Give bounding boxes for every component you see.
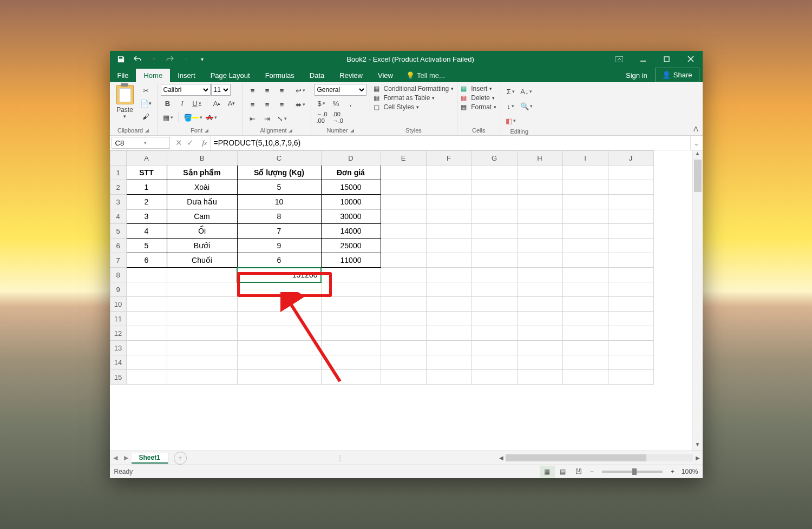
sheet-tab-1[interactable]: Sheet1 xyxy=(132,453,168,464)
alignment-launcher[interactable]: ◢ xyxy=(289,128,292,133)
undo-dropdown[interactable] xyxy=(147,52,161,66)
col-header-C[interactable]: C xyxy=(237,151,321,166)
cell-F1[interactable] xyxy=(426,166,472,180)
cell-G11[interactable] xyxy=(472,312,517,326)
redo-button[interactable] xyxy=(163,52,177,66)
cell-D4[interactable]: 30000 xyxy=(321,209,381,224)
cell-J3[interactable] xyxy=(608,195,653,209)
cell-H10[interactable] xyxy=(517,297,562,312)
normal-view-button[interactable]: ▦ xyxy=(540,466,555,478)
cell-J7[interactable] xyxy=(608,253,653,268)
cell-D1[interactable]: Đơn giá xyxy=(321,166,381,180)
cell-I7[interactable] xyxy=(562,253,608,268)
col-header-H[interactable]: H xyxy=(517,151,562,166)
cell-F14[interactable] xyxy=(426,355,472,370)
cell-F12[interactable] xyxy=(426,326,472,341)
format-as-table-button[interactable]: ▦Format as Table▾ xyxy=(374,94,435,102)
clear-button[interactable]: ◧ xyxy=(503,114,518,127)
cell-B14[interactable] xyxy=(167,355,237,370)
col-header-F[interactable]: F xyxy=(426,151,472,166)
cell-B5[interactable]: Ổi xyxy=(167,224,237,239)
save-button[interactable] xyxy=(114,52,128,66)
cell-C8[interactable]: 151200 xyxy=(237,268,321,282)
cell-F7[interactable] xyxy=(426,253,472,268)
row-header-2[interactable]: 2 xyxy=(110,180,126,195)
hscroll-thumb[interactable] xyxy=(506,454,646,461)
row-header-1[interactable]: 1 xyxy=(110,166,126,180)
cell-A15[interactable] xyxy=(126,370,167,385)
tab-data[interactable]: Data xyxy=(302,69,332,82)
cell-D9[interactable] xyxy=(321,282,381,297)
cell-C14[interactable] xyxy=(237,355,321,370)
cell-G7[interactable] xyxy=(472,253,517,268)
cell-C6[interactable]: 9 xyxy=(237,239,321,253)
cell-J5[interactable] xyxy=(608,224,653,239)
italic-button[interactable]: I xyxy=(175,97,189,110)
cell-J6[interactable] xyxy=(608,239,653,253)
cell-A4[interactable]: 3 xyxy=(126,209,167,224)
tab-insert[interactable]: Insert xyxy=(170,69,203,82)
cell-D14[interactable] xyxy=(321,355,381,370)
row-header-12[interactable]: 12 xyxy=(110,326,126,341)
cell-I14[interactable] xyxy=(562,355,608,370)
cell-G10[interactable] xyxy=(472,297,517,312)
orientation-button[interactable]: ⤡ xyxy=(275,112,289,125)
align-middle-button[interactable]: ≡ xyxy=(260,84,274,97)
fill-color-button[interactable]: 🪣 xyxy=(181,111,205,124)
cell-A5[interactable]: 4 xyxy=(126,224,167,239)
cell-C15[interactable] xyxy=(237,370,321,385)
cell-I4[interactable] xyxy=(562,209,608,224)
sign-in-link[interactable]: Sign in xyxy=(618,69,655,82)
zoom-in-button[interactable]: + xyxy=(671,468,675,475)
cell-J15[interactable] xyxy=(608,370,653,385)
cell-H15[interactable] xyxy=(517,370,562,385)
redo-dropdown[interactable] xyxy=(179,52,193,66)
tab-review[interactable]: Review xyxy=(332,69,370,82)
vscroll-thumb[interactable] xyxy=(694,160,702,192)
cell-E5[interactable] xyxy=(381,224,426,239)
find-select-button[interactable]: 🔍 xyxy=(518,100,535,113)
increase-indent-button[interactable]: ⇥ xyxy=(260,112,274,125)
cell-B9[interactable] xyxy=(167,282,237,297)
cell-F5[interactable] xyxy=(426,224,472,239)
zoom-level[interactable]: 100% xyxy=(682,468,698,475)
number-launcher[interactable]: ◢ xyxy=(350,128,354,133)
accounting-format-button[interactable]: $ xyxy=(315,97,329,110)
cell-H13[interactable] xyxy=(517,341,562,355)
fx-icon[interactable]: fx xyxy=(199,136,210,150)
cell-C9[interactable] xyxy=(237,282,321,297)
font-color-button[interactable]: A xyxy=(205,111,219,124)
decrease-decimal-button[interactable]: .00→.0 xyxy=(330,111,345,124)
tab-file[interactable]: File xyxy=(110,69,136,82)
cell-G15[interactable] xyxy=(472,370,517,385)
cell-H5[interactable] xyxy=(517,224,562,239)
align-right-button[interactable]: ≡ xyxy=(275,98,289,111)
cell-G12[interactable] xyxy=(472,326,517,341)
col-header-J[interactable]: J xyxy=(608,151,653,166)
scroll-right-button[interactable]: ▶ xyxy=(693,455,702,461)
row-header-10[interactable]: 10 xyxy=(110,297,126,312)
cell-E10[interactable] xyxy=(381,297,426,312)
cell-D5[interactable]: 14000 xyxy=(321,224,381,239)
cell-G1[interactable] xyxy=(472,166,517,180)
wrap-text-button[interactable]: ↩ xyxy=(293,84,307,97)
col-header-A[interactable]: A xyxy=(126,151,167,166)
row-header-6[interactable]: 6 xyxy=(110,239,126,253)
cell-C5[interactable]: 7 xyxy=(237,224,321,239)
maximize-button[interactable] xyxy=(655,51,679,67)
cell-B12[interactable] xyxy=(167,326,237,341)
cell-H8[interactable] xyxy=(517,268,562,282)
cell-I15[interactable] xyxy=(562,370,608,385)
cell-B1[interactable]: Sản phẩm xyxy=(167,166,237,180)
percent-button[interactable]: % xyxy=(329,97,343,110)
row-header-11[interactable]: 11 xyxy=(110,312,126,326)
minimize-button[interactable] xyxy=(631,51,655,67)
increase-decimal-button[interactable]: ←.0.00 xyxy=(315,111,330,124)
cell-A6[interactable]: 5 xyxy=(126,239,167,253)
cell-F10[interactable] xyxy=(426,297,472,312)
cell-F3[interactable] xyxy=(426,195,472,209)
cell-H4[interactable] xyxy=(517,209,562,224)
qat-customize[interactable]: ▾ xyxy=(195,52,209,66)
name-box[interactable]: C8▾ xyxy=(112,137,170,149)
page-break-view-button[interactable]: 凹 xyxy=(571,466,586,478)
